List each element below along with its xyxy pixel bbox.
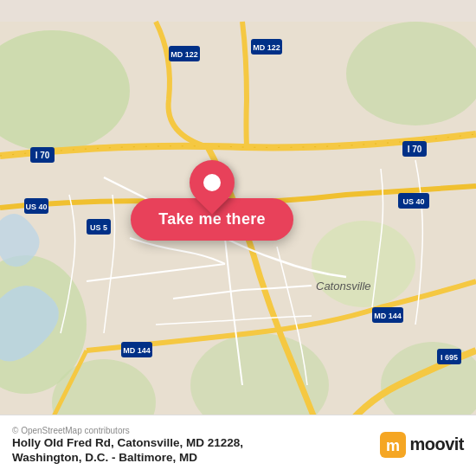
svg-text:MD 122: MD 122 — [170, 50, 198, 59]
address-main: Holly Old Fred Rd, Catonsville, MD 21228… — [12, 436, 243, 449]
svg-text:Catonsville: Catonsville — [316, 280, 371, 293]
svg-text:US 40: US 40 — [402, 197, 424, 206]
moovit-icon: m — [380, 432, 406, 458]
svg-text:MD 122: MD 122 — [253, 43, 280, 52]
svg-text:MD 144: MD 144 — [374, 312, 402, 320]
moovit-wordmark: moovit — [409, 434, 464, 454]
address-text: Holly Old Fred Rd, Catonsville, MD 21228… — [12, 435, 243, 466]
svg-text:US 5: US 5 — [90, 223, 107, 232]
address-block: © OpenStreetMap contributors Holly Old F… — [12, 424, 243, 466]
map-container: I 70 US 40 MD 122 MD 122 I 70 US 40 US 5… — [0, 0, 476, 476]
svg-text:m: m — [386, 437, 400, 454]
cta-overlay: Take me there — [113, 160, 312, 241]
svg-text:US 40: US 40 — [25, 203, 47, 211]
moovit-logo: m moovit — [380, 432, 464, 458]
svg-text:I 695: I 695 — [441, 353, 458, 362]
svg-point-4 — [312, 221, 415, 307]
bottom-bar: © OpenStreetMap contributors Holly Old F… — [0, 415, 476, 476]
address-sub: Washington, D.C. - Baltimore, MD — [12, 451, 197, 464]
svg-text:MD 144: MD 144 — [123, 346, 151, 355]
copyright-text: © OpenStreetMap contributors — [12, 426, 243, 435]
svg-text:I 70: I 70 — [35, 151, 50, 160]
svg-text:I 70: I 70 — [408, 145, 422, 154]
